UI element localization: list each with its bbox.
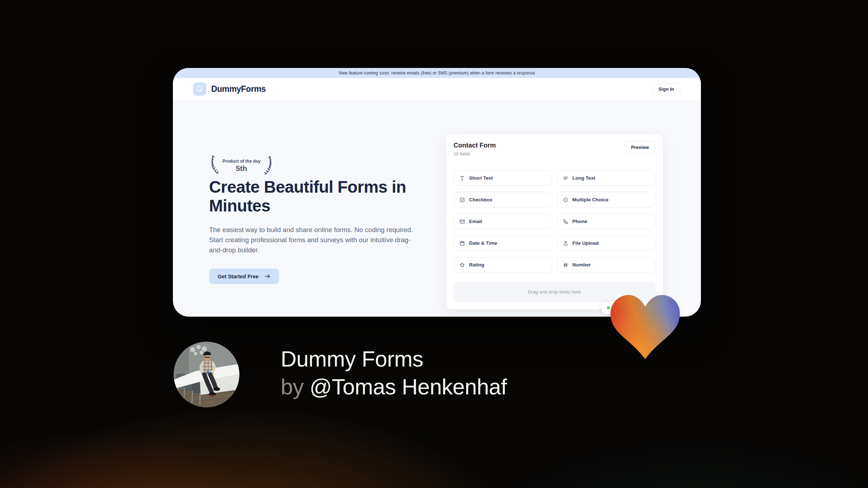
phone-icon — [563, 219, 569, 224]
caption-title: Dummy Forms — [281, 345, 507, 373]
brand: DummyForms — [193, 82, 266, 96]
field-label: Rating — [469, 262, 484, 267]
online-dot-icon — [607, 306, 610, 309]
field-type-grid: Short TextLong TextCheckboxMultiple Choi… — [454, 170, 655, 273]
lines-icon — [563, 175, 569, 181]
field-long-text-button[interactable]: Long Text — [557, 170, 656, 186]
brand-name: DummyForms — [211, 84, 266, 94]
field-email-button[interactable]: Email — [454, 214, 552, 229]
field-label: Email — [469, 219, 482, 224]
caption-by: by — [281, 374, 303, 399]
hero-headline: Create Beautiful Forms in Minutes — [209, 177, 433, 215]
hash-icon — [563, 262, 569, 268]
star-icon — [459, 262, 465, 268]
field-label: Multiple Choice — [573, 197, 609, 202]
field-rating-button[interactable]: Rating — [454, 257, 552, 273]
award-line1: Product of the day — [222, 159, 260, 164]
field-label: Checkbox — [469, 197, 493, 202]
avatar-photo — [174, 342, 239, 407]
calendar-icon — [459, 240, 465, 246]
caption-author: @Tomas Henkenhaf — [310, 374, 507, 399]
text-icon — [459, 175, 465, 181]
field-file-upload-button[interactable]: File Upload — [557, 235, 656, 251]
field-date-time-button[interactable]: Date & Time — [454, 235, 552, 251]
laurel-left-icon — [209, 155, 220, 177]
laurel-right-icon — [263, 155, 274, 176]
field-multiple-choice-button[interactable]: Multiple Choice — [557, 192, 656, 207]
field-label: Date & Time — [469, 240, 497, 246]
field-label: File Upload — [573, 240, 599, 246]
field-label: Short Text — [469, 175, 493, 181]
field-checkbox-button[interactable]: Checkbox — [454, 192, 552, 207]
heart-icon — [610, 294, 680, 361]
app-header: DummyForms Sign In — [173, 78, 701, 100]
radio-icon — [563, 197, 569, 203]
field-label: Long Text — [573, 175, 596, 181]
caption-author-line: by @Tomas Henkenhaf — [281, 373, 507, 401]
product-of-the-day-badge: Product of the day 5th — [209, 155, 274, 177]
sign-in-button[interactable]: Sign In — [652, 83, 681, 95]
field-label: Phone — [573, 219, 587, 224]
envelope-icon — [459, 219, 465, 224]
announcement-text: New feature coming soon: receive emails … — [339, 70, 535, 76]
hero-description: The easiest way to build and share onlin… — [209, 225, 419, 255]
field-number-button[interactable]: Number — [557, 257, 656, 273]
field-phone-button[interactable]: Phone — [557, 214, 656, 229]
cta-label: Get Started Free — [218, 274, 259, 279]
award-rank: 5th — [222, 164, 260, 173]
dropzone-text: Drag and drop fields here — [528, 289, 581, 295]
form-builder-panel: Contact Form 10 fields Preview Short Tex… — [446, 134, 663, 309]
app-window: New feature coming soon: receive emails … — [173, 68, 701, 317]
field-short-text-button[interactable]: Short Text — [454, 170, 552, 186]
announcement-banner: New feature coming soon: receive emails … — [173, 68, 701, 78]
caption: Dummy Forms by @Tomas Henkenhaf — [281, 345, 507, 401]
field-label: Number — [573, 262, 591, 267]
arrow-right-icon — [264, 274, 271, 279]
dummyforms-logo-icon — [193, 82, 207, 96]
get-started-button[interactable]: Get Started Free — [209, 269, 279, 284]
preview-button[interactable]: Preview — [625, 141, 655, 154]
checkbox-icon — [459, 197, 465, 203]
upload-icon — [563, 240, 569, 246]
